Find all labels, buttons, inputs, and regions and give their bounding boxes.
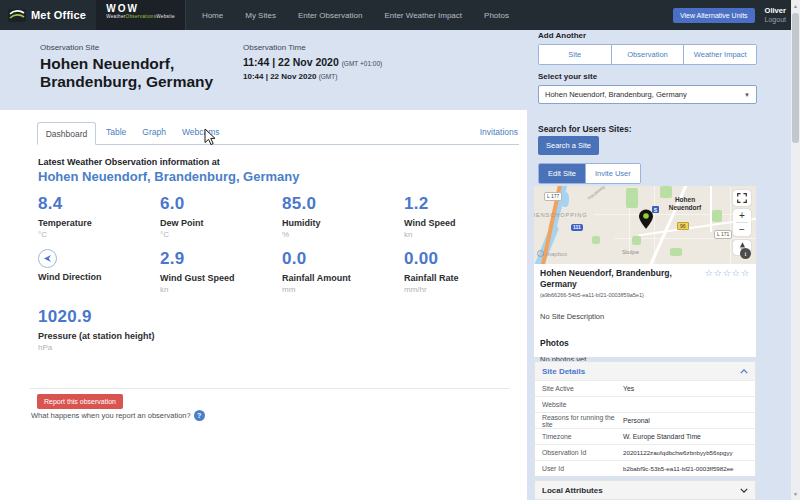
metric-value: 8.4 xyxy=(38,194,160,214)
met-office-icon xyxy=(8,9,26,22)
metric-value: 1020.9 xyxy=(38,307,238,327)
map-canvas[interactable]: L 177 111 96 L 171 HENSCHOPPING Hauptweg… xyxy=(534,186,756,264)
add-weather-impact-button[interactable]: Weather Impact xyxy=(684,45,756,64)
invite-user-button[interactable]: Invite User xyxy=(585,164,640,183)
metric-unit: °C xyxy=(38,230,160,239)
top-nav: Met Office WOW WeatherObservationsWebsit… xyxy=(0,0,800,30)
nav-items: Home My Sites Enter Observation Enter We… xyxy=(202,11,509,20)
map-village-label: Stolpe xyxy=(622,249,639,255)
metric-rainfall-rate: 0.00 Rainfall Rate mm/hr xyxy=(404,249,526,294)
user-name: Oliver xyxy=(765,7,786,15)
tab-graph[interactable]: Graph xyxy=(142,127,166,137)
map-park xyxy=(626,188,638,208)
user-block: Oliver Logout xyxy=(765,7,786,24)
tab-links: Table Graph Webcams xyxy=(106,127,220,137)
metric-wind-speed: 1.2 Wind Speed kn xyxy=(404,194,526,239)
local-attributes-card: Local Attributes xyxy=(534,480,756,500)
observation-site-block: Observation Site Hohen Neuendorf, Brande… xyxy=(40,43,265,92)
site-card: L 177 111 96 L 171 HENSCHOPPING Hauptweg… xyxy=(534,186,756,357)
observation-time-label: Observation Time xyxy=(243,43,382,52)
zoom-in-button[interactable]: + xyxy=(733,209,751,222)
metric-label: Rainfall Rate xyxy=(404,273,526,283)
metric-label: Wind Direction xyxy=(38,272,160,282)
table-row: Website xyxy=(535,396,755,412)
table-row: Timezone W. Europe Standard Time xyxy=(535,428,755,444)
site-select-dropdown[interactable]: Hohen Neuendorf, Brandenburg, Germany ▼ xyxy=(538,85,757,104)
met-office-logo[interactable]: Met Office xyxy=(0,9,96,22)
photos-heading: Photos xyxy=(540,338,750,348)
map-road xyxy=(710,186,712,232)
site-select-value: Hohen Neuendorf, Brandenburg, Germany xyxy=(545,90,744,99)
metric-label: Wind Gust Speed xyxy=(160,273,282,283)
table-row: Reasons for running the site Personal xyxy=(535,412,755,428)
map-fullscreen-button[interactable] xyxy=(733,190,751,206)
scroll-down-arrow[interactable]: ▼ xyxy=(791,488,800,500)
mapbox-icon xyxy=(537,250,544,257)
vertical-scrollbar[interactable]: ▲ ▼ xyxy=(791,0,800,500)
local-attributes-title: Local Attributes xyxy=(542,486,603,495)
nav-item-photos[interactable]: Photos xyxy=(484,11,509,20)
metric-unit: °C xyxy=(160,230,282,239)
search-a-site-button[interactable]: Search a Site xyxy=(538,136,599,155)
divider xyxy=(30,388,510,389)
report-help: What happens when you report an observat… xyxy=(31,410,205,421)
page-title: Hohen Neuendorf, Brandenburg, Germany xyxy=(40,55,265,92)
nav-item-enter-observation[interactable]: Enter Observation xyxy=(298,11,362,20)
map-marker-pin[interactable] xyxy=(639,209,653,233)
metric-unit: kn xyxy=(404,230,526,239)
wind-direction-icon xyxy=(38,249,57,268)
tab-dashboard[interactable]: Dashboard xyxy=(37,122,96,145)
nav-item-home[interactable]: Home xyxy=(202,11,223,20)
map-street xyxy=(730,186,731,264)
metric-unit: mm/hr xyxy=(404,285,526,294)
sbahn-icon: S xyxy=(652,206,659,213)
wow-subtitle: WeatherObservationsWebsite xyxy=(106,14,175,19)
metric-label: Temperature xyxy=(38,218,160,228)
wow-logo[interactable]: WOW WeatherObservationsWebsite xyxy=(96,0,186,30)
metric-value: 1.2 xyxy=(404,194,526,214)
road-shield-111: 111 xyxy=(571,224,583,231)
site-details-header[interactable]: Site Details xyxy=(535,362,755,380)
tab-table[interactable]: Table xyxy=(106,127,126,137)
road-shield-l177: L 177 xyxy=(544,192,562,201)
zoom-out-button[interactable]: − xyxy=(733,223,751,236)
nav-item-enter-weather-impact[interactable]: Enter Weather Impact xyxy=(384,11,462,20)
metric-dew-point: 6.0 Dew Point °C xyxy=(160,194,282,239)
map-info-icon[interactable]: i xyxy=(740,248,751,259)
latest-observation-site: Hohen Neuendorf, Brandenburg, Germany xyxy=(38,169,299,184)
metric-value: 0.0 xyxy=(282,249,404,269)
no-site-description: No Site Description xyxy=(540,312,750,321)
nav-item-my-sites[interactable]: My Sites xyxy=(245,11,276,20)
star-rating[interactable]: ☆☆☆☆☆ xyxy=(705,268,750,278)
local-attributes-header[interactable]: Local Attributes xyxy=(535,481,755,499)
logout-link[interactable]: Logout xyxy=(765,16,786,24)
add-site-button[interactable]: Site xyxy=(539,45,612,64)
help-icon[interactable]: ? xyxy=(194,410,205,421)
edit-site-button[interactable]: Edit Site xyxy=(539,164,585,183)
tab-underline xyxy=(37,144,519,145)
metric-temperature: 8.4 Temperature °C xyxy=(38,194,160,239)
tab-invitations[interactable]: Invitations xyxy=(480,127,518,137)
map-zoom-control: + − xyxy=(733,209,751,236)
add-observation-button[interactable]: Observation xyxy=(612,45,685,64)
metric-humidity: 85.0 Humidity % xyxy=(282,194,404,239)
metric-value: 6.0 xyxy=(160,194,282,214)
tab-webcams[interactable]: Webcams xyxy=(182,127,220,137)
scroll-up-arrow[interactable]: ▲ xyxy=(791,0,800,12)
site-info: Hohen Neuendorf, Brandenburg, Germany ☆☆… xyxy=(540,268,750,364)
table-row: User Id b2babf9c-53b5-ea11-bf21-0003ff59… xyxy=(535,460,755,476)
scrollbar-thumb[interactable] xyxy=(792,13,799,143)
view-alternative-units-button[interactable]: View Alternative Units xyxy=(673,8,755,23)
metric-wind-gust-speed: 2.9 Wind Gust Speed kn xyxy=(160,249,282,294)
gmt-time: 10:44 | 22 Nov 2020 (GMT) xyxy=(243,72,382,81)
report-observation-button[interactable]: Report this observation xyxy=(37,394,123,409)
metric-unit: kn xyxy=(160,285,282,294)
gmt-label: (GMT) xyxy=(319,73,338,80)
map-park xyxy=(592,236,600,244)
edit-invite-toggle: Edit Site Invite User xyxy=(538,163,641,184)
mapbox-logo[interactable]: mapbox xyxy=(537,250,567,257)
observation-site-label: Observation Site xyxy=(40,43,265,52)
metric-label: Wind Speed xyxy=(404,218,526,228)
select-your-site-label: Select your site xyxy=(538,72,757,81)
metric-label: Pressure (at station height) xyxy=(38,331,238,341)
